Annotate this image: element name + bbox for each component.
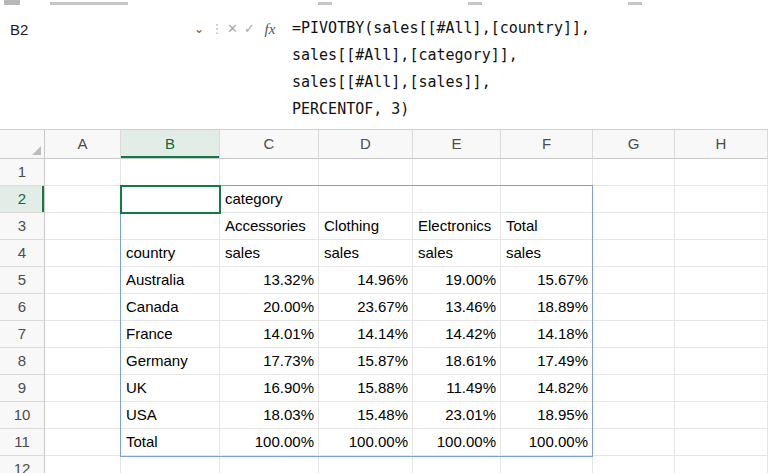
cell-B4[interactable]: country bbox=[121, 240, 220, 267]
cell-F4[interactable]: sales bbox=[501, 240, 593, 267]
formula-line: =PIVOTBY(sales[[#All],[country]], bbox=[292, 15, 768, 42]
cell-B6[interactable]: Canada bbox=[121, 294, 220, 321]
cell-B9[interactable]: UK bbox=[121, 375, 220, 402]
cell-F7[interactable]: 14.18% bbox=[501, 321, 593, 348]
cell-E11[interactable]: 100.00% bbox=[413, 429, 501, 456]
cell-C8[interactable]: 17.73% bbox=[220, 348, 319, 375]
cell-D4[interactable]: sales bbox=[319, 240, 413, 267]
column-header-D[interactable]: D bbox=[319, 130, 413, 159]
row-header-3[interactable]: 3 bbox=[0, 213, 45, 240]
ribbon-fragment bbox=[4, 0, 20, 5]
cell-D10[interactable]: 15.48% bbox=[319, 402, 413, 429]
cell-F10[interactable]: 18.95% bbox=[501, 402, 593, 429]
ribbon-fragment bbox=[628, 2, 642, 5]
ribbon-fragment bbox=[50, 2, 128, 5]
cell-F9[interactable]: 14.82% bbox=[501, 375, 593, 402]
cell-C2[interactable]: category bbox=[220, 186, 319, 213]
cell-C6[interactable]: 20.00% bbox=[220, 294, 319, 321]
select-all-corner[interactable] bbox=[0, 130, 45, 159]
cell-D5[interactable]: 14.96% bbox=[319, 267, 413, 294]
formula-bar-drag-handle-icon: ⋮ bbox=[210, 7, 224, 51]
cell-F11[interactable]: 100.00% bbox=[501, 429, 593, 456]
cell-D8[interactable]: 15.87% bbox=[319, 348, 413, 375]
cell-C3[interactable]: Accessories bbox=[220, 213, 319, 240]
cell-D9[interactable]: 15.88% bbox=[319, 375, 413, 402]
formula-line: sales[[#All],[sales]], bbox=[292, 69, 768, 96]
row-header-11[interactable]: 11 bbox=[0, 429, 45, 456]
cell-C5[interactable]: 13.32% bbox=[220, 267, 319, 294]
column-header-H[interactable]: H bbox=[675, 130, 768, 159]
ribbon-bottom-edge bbox=[0, 0, 768, 7]
cell-F6[interactable]: 18.89% bbox=[501, 294, 593, 321]
cell-B8[interactable]: Germany bbox=[121, 348, 220, 375]
cell-E7[interactable]: 14.42% bbox=[413, 321, 501, 348]
cell-B11[interactable]: Total bbox=[121, 429, 220, 456]
name-box[interactable]: B2 ⌄ bbox=[0, 7, 210, 51]
cell-F5[interactable]: 15.67% bbox=[501, 267, 593, 294]
cell-D7[interactable]: 14.14% bbox=[319, 321, 413, 348]
formula-bar: B2 ⌄ ⋮ ✕ ✓ fx =PIVOTBY(sales[[#All],[cou… bbox=[0, 7, 768, 130]
column-header-B[interactable]: B bbox=[121, 130, 220, 159]
ribbon-fragment bbox=[318, 2, 332, 5]
formula-line: sales[[#All],[category]], bbox=[292, 42, 768, 69]
cell-E8[interactable]: 18.61% bbox=[413, 348, 501, 375]
row-header-9[interactable]: 9 bbox=[0, 375, 45, 402]
row-header-4[interactable]: 4 bbox=[0, 240, 45, 267]
cell-C11[interactable]: 100.00% bbox=[220, 429, 319, 456]
column-header-C[interactable]: C bbox=[220, 130, 319, 159]
enter-icon[interactable]: ✓ bbox=[241, 7, 258, 51]
ribbon-fragment bbox=[468, 2, 482, 5]
row-header-8[interactable]: 8 bbox=[0, 348, 45, 375]
cell-D11[interactable]: 100.00% bbox=[319, 429, 413, 456]
cell-C4[interactable]: sales bbox=[220, 240, 319, 267]
row-header-2[interactable]: 2 bbox=[0, 186, 45, 213]
column-header-A[interactable]: A bbox=[45, 130, 121, 159]
cell-C7[interactable]: 14.01% bbox=[220, 321, 319, 348]
row-header-5[interactable]: 5 bbox=[0, 267, 45, 294]
cell-E4[interactable]: sales bbox=[413, 240, 501, 267]
selected-cell-border bbox=[120, 185, 221, 214]
cell-E6[interactable]: 13.46% bbox=[413, 294, 501, 321]
cancel-icon[interactable]: ✕ bbox=[224, 7, 241, 51]
column-header-G[interactable]: G bbox=[593, 130, 675, 159]
row-header-1[interactable]: 1 bbox=[0, 159, 45, 186]
cell-E10[interactable]: 23.01% bbox=[413, 402, 501, 429]
column-header-F[interactable]: F bbox=[501, 130, 593, 159]
formula-input[interactable]: =PIVOTBY(sales[[#All],[country]],sales[[… bbox=[282, 7, 768, 123]
spreadsheet-grid: ABCDEFGH 123456789101112 categoryAccesso… bbox=[0, 130, 768, 473]
cell-B5[interactable]: Australia bbox=[121, 267, 220, 294]
cell-C9[interactable]: 16.90% bbox=[220, 375, 319, 402]
cell-B7[interactable]: France bbox=[121, 321, 220, 348]
cell-F3[interactable]: Total bbox=[501, 213, 593, 240]
cell-B10[interactable]: USA bbox=[121, 402, 220, 429]
cell-F8[interactable]: 17.49% bbox=[501, 348, 593, 375]
row-header-12[interactable]: 12 bbox=[0, 456, 45, 473]
cell-E9[interactable]: 11.49% bbox=[413, 375, 501, 402]
insert-function-icon[interactable]: fx bbox=[258, 7, 282, 51]
cell-D6[interactable]: 23.67% bbox=[319, 294, 413, 321]
cell-C10[interactable]: 18.03% bbox=[220, 402, 319, 429]
row-header-10[interactable]: 10 bbox=[0, 402, 45, 429]
formula-line: PERCENTOF, 3) bbox=[292, 96, 768, 123]
row-header-7[interactable]: 7 bbox=[0, 321, 45, 348]
cell-D3[interactable]: Clothing bbox=[319, 213, 413, 240]
name-box-value: B2 bbox=[10, 21, 194, 38]
cell-E5[interactable]: 19.00% bbox=[413, 267, 501, 294]
cell-E3[interactable]: Electronics bbox=[413, 213, 501, 240]
row-header-6[interactable]: 6 bbox=[0, 294, 45, 321]
column-header-E[interactable]: E bbox=[413, 130, 501, 159]
name-box-dropdown-icon[interactable]: ⌄ bbox=[194, 22, 204, 36]
excel-window: B2 ⌄ ⋮ ✕ ✓ fx =PIVOTBY(sales[[#All],[cou… bbox=[0, 0, 768, 473]
